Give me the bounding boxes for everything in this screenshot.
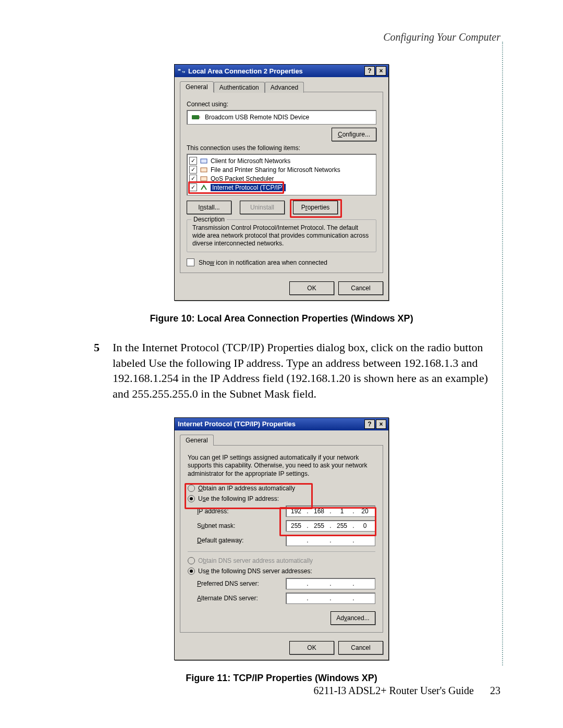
show-icon-row[interactable]: Show icon in notification area when conn… [187, 258, 376, 266]
step-number: 5 [94, 340, 105, 402]
protocol-icon [200, 184, 207, 191]
figure-10-caption: Figure 10: Local Area Connection Propert… [63, 313, 500, 324]
adapter-icon [191, 114, 201, 121]
list-item[interactable]: ✓ File and Printer Sharing for Microsoft… [189, 165, 374, 174]
svg-rect-6 [201, 177, 207, 181]
service-icon [200, 167, 207, 173]
gateway-row: Default gateway: ... [188, 535, 375, 546]
subnet-row: Subnet mask: 255. 255. 255. 0 [188, 520, 375, 532]
running-header: Configuring Your Computer [63, 31, 500, 43]
service-icon [200, 176, 207, 182]
device-name: Broadcom USB Remote NDIS Device [205, 114, 309, 121]
install-button[interactable]: Install... [187, 201, 231, 214]
radio-icon[interactable] [188, 485, 195, 492]
figure-11-caption: Figure 11: TCP/IP Properties (Windows XP… [63, 673, 500, 684]
radio-use-ip[interactable]: Use the following IP address: [188, 495, 375, 502]
tab-general[interactable]: General [180, 435, 214, 446]
page-number: 23 [490, 685, 500, 696]
close-button[interactable]: × [376, 419, 386, 429]
ok-button[interactable]: OK [289, 641, 334, 655]
checkbox-icon[interactable]: ✓ [189, 175, 197, 182]
alt-dns-row: Alternate DNS server: ... [188, 593, 375, 604]
properties-button[interactable]: Properties [293, 201, 338, 214]
titlebar: Local Area Connection 2 Properties ? × [175, 65, 388, 77]
connect-using-label: Connect using: [187, 101, 376, 108]
page: Configuring Your Computer Local Area Con… [0, 0, 563, 728]
description-text: Transmission Control Protocol/Internet P… [192, 224, 371, 248]
page-footer: 6211-I3 ADSL2+ Router User's Guide 23 [314, 685, 500, 697]
tab-advanced[interactable]: Advanced [265, 82, 304, 93]
alt-dns-input[interactable]: ... [286, 593, 375, 604]
client-icon [200, 158, 207, 164]
ip-address-input[interactable]: 192. 168. 1. 20 [286, 505, 375, 517]
tcpip-properties-dialog: Internet Protocol (TCP/IP) Properties ? … [174, 417, 389, 660]
checkbox-icon[interactable] [187, 258, 194, 266]
lan-properties-dialog: Local Area Connection 2 Properties ? × G… [174, 64, 389, 301]
list-item[interactable]: ✓ QoS Packet Scheduler [189, 174, 374, 183]
svg-rect-5 [201, 168, 207, 172]
ip-label: IP address: [197, 508, 229, 515]
pref-dns-input[interactable]: ... [286, 578, 375, 589]
items-label: This connection uses the following items… [187, 144, 376, 152]
checkbox-icon[interactable]: ✓ [189, 183, 197, 191]
help-button[interactable]: ? [364, 419, 375, 429]
ok-button[interactable]: OK [289, 281, 334, 295]
tab-general[interactable]: General [180, 81, 214, 92]
tabpanel-general: Connect using: Broadcom USB Remote NDIS … [180, 92, 383, 273]
advanced-button[interactable]: Advanced... [331, 611, 375, 625]
svg-rect-2 [192, 115, 199, 119]
help-button[interactable]: ? [364, 66, 375, 76]
figure-10-wrap: Local Area Connection 2 Properties ? × G… [63, 64, 500, 301]
info-text: You can get IP settings assigned automat… [188, 454, 375, 478]
cancel-button[interactable]: Cancel [338, 281, 383, 295]
device-box: Broadcom USB Remote NDIS Device [187, 110, 376, 125]
ip-address-row: IP address: 192. 168. 1. 20 [188, 505, 375, 517]
tabpanel-general: You can get IP settings assigned automat… [180, 445, 383, 633]
divider [188, 551, 375, 552]
radio-icon[interactable] [188, 567, 195, 575]
titlebar: Internet Protocol (TCP/IP) Properties ? … [175, 418, 388, 430]
uninstall-button: Uninstall [240, 201, 285, 214]
svg-rect-3 [199, 116, 200, 118]
description-label: Description [191, 216, 227, 223]
gateway-label: Default gateway: [197, 537, 243, 544]
figure-11-wrap: Internet Protocol (TCP/IP) Properties ? … [63, 417, 500, 660]
svg-rect-4 [201, 159, 207, 163]
step-5: 5 In the Internet Protocol (TCP/IP) Prop… [94, 340, 500, 402]
radio-icon[interactable] [188, 495, 195, 502]
step-text: In the Internet Protocol (TCP/IP) Proper… [113, 340, 500, 402]
tabs: General Authentication Advanced [180, 81, 383, 92]
cancel-button[interactable]: Cancel [338, 641, 383, 655]
gateway-input[interactable]: ... [286, 535, 375, 546]
pref-dns-label: Preferred DNS server: [197, 580, 259, 587]
checkbox-icon[interactable]: ✓ [189, 157, 197, 165]
network-icon [178, 68, 185, 74]
alt-dns-label: Alternate DNS server: [197, 595, 258, 602]
close-button[interactable]: × [376, 66, 386, 76]
subnet-label: Subnet mask: [197, 522, 235, 529]
radio-use-dns[interactable]: Use the following DNS server addresses: [188, 567, 375, 575]
radio-auto-ip[interactable]: Obtain an IP address automatically [188, 485, 375, 492]
pref-dns-row: Preferred DNS server: ... [188, 578, 375, 589]
radio-icon [188, 557, 195, 564]
dialog-title: Local Area Connection 2 Properties [188, 67, 303, 75]
doc-title: 6211-I3 ADSL2+ Router User's Guide [314, 685, 474, 696]
margin-rule [502, 42, 503, 665]
configure-button[interactable]: Configure... [332, 128, 376, 141]
radio-auto-dns: Obtain DNS server address automatically [188, 557, 375, 564]
items-list[interactable]: ✓ Client for Microsoft Networks ✓ File a… [187, 154, 376, 195]
list-item[interactable]: ✓ Client for Microsoft Networks [189, 156, 374, 165]
checkbox-icon[interactable]: ✓ [189, 166, 197, 174]
list-item-tcpip[interactable]: ✓ Internet Protocol (TCP/IP) [189, 183, 374, 192]
subnet-mask-input[interactable]: 255. 255. 255. 0 [286, 520, 375, 532]
tab-authentication[interactable]: Authentication [214, 82, 265, 93]
description-group: Description Transmission Control Protoco… [187, 219, 376, 252]
dialog-title: Internet Protocol (TCP/IP) Properties [178, 420, 296, 428]
svg-rect-0 [178, 69, 181, 71]
